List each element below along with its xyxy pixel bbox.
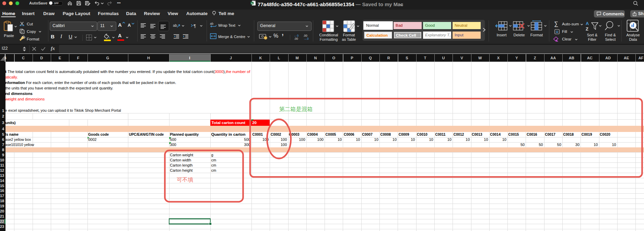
svg-text:O: O bbox=[332, 56, 335, 60]
svg-text:E: E bbox=[59, 56, 61, 60]
svg-text:C0009: C0009 bbox=[399, 133, 409, 136]
svg-text:AF: AF bbox=[639, 56, 644, 60]
svg-text:Carton width: Carton width bbox=[170, 158, 191, 162]
svg-text:500: 500 bbox=[170, 137, 176, 142]
svg-text:V: V bbox=[460, 56, 463, 60]
svg-text:cm: cm bbox=[211, 158, 216, 162]
svg-text:AD: AD bbox=[605, 56, 611, 60]
svg-text:x: x bbox=[251, 2, 253, 4]
svg-text:A: A bbox=[586, 21, 589, 26]
svg-text:Total carton count: Total carton count bbox=[212, 120, 246, 124]
svg-text:t The total carton count field: t The total carton count field is automa… bbox=[5, 70, 250, 74]
svg-text:50: 50 bbox=[539, 143, 543, 147]
svg-text:第二箱是混箱: 第二箱是混箱 bbox=[279, 106, 313, 112]
svg-text:11: 11 bbox=[0, 163, 4, 167]
svg-text:0002: 0002 bbox=[88, 137, 96, 142]
svg-text:300: 300 bbox=[170, 143, 176, 147]
svg-text:C0014: C0014 bbox=[490, 133, 501, 136]
svg-text:ab: ab bbox=[210, 22, 213, 25]
svg-text:atically.: atically. bbox=[5, 75, 18, 79]
svg-text:7: 7 bbox=[2, 143, 4, 147]
svg-text:UPC/EAN/GTIN code: UPC/EAN/GTIN code bbox=[129, 133, 164, 136]
svg-text:Y: Y bbox=[515, 56, 518, 60]
svg-text:50: 50 bbox=[520, 143, 525, 147]
svg-text:C0020: C0020 bbox=[600, 133, 610, 136]
svg-text:C0010: C0010 bbox=[417, 133, 428, 136]
svg-text:14: 14 bbox=[0, 178, 4, 182]
svg-text:F: F bbox=[77, 56, 79, 60]
svg-text:50: 50 bbox=[557, 143, 561, 147]
svg-text:10: 10 bbox=[411, 137, 415, 142]
svg-text:nd dimensions: nd dimensions bbox=[5, 92, 33, 96]
svg-text:8: 8 bbox=[2, 148, 4, 152]
svg-text:10: 10 bbox=[612, 143, 616, 147]
svg-text:4: 4 bbox=[2, 127, 4, 131]
svg-text:C0007: C0007 bbox=[362, 133, 373, 136]
svg-text:J: J bbox=[230, 56, 232, 60]
svg-text:10: 10 bbox=[393, 137, 397, 142]
svg-text:3: 3 bbox=[2, 120, 4, 124]
svg-text:nformation For each carton, en: nformation For each carton, enter the nu… bbox=[5, 81, 176, 85]
svg-text:C0001: C0001 bbox=[252, 133, 263, 136]
svg-text:10: 10 bbox=[338, 137, 342, 142]
svg-text:the units that you have entere: the units that you have entered match th… bbox=[5, 86, 113, 90]
svg-text:16: 16 bbox=[0, 189, 4, 193]
svg-text:K: K bbox=[259, 56, 262, 60]
svg-text:→.0: →.0 bbox=[303, 37, 309, 40]
svg-text:19: 19 bbox=[0, 204, 4, 208]
svg-text:cm: cm bbox=[211, 168, 216, 172]
svg-text:Z: Z bbox=[586, 26, 588, 32]
svg-text:Z: Z bbox=[534, 56, 536, 60]
svg-text:AA: AA bbox=[550, 56, 556, 60]
svg-text:C0006: C0006 bbox=[344, 133, 354, 136]
svg-text:W: W bbox=[478, 56, 482, 60]
svg-text:weight and dimensions: weight and dimensions bbox=[5, 97, 45, 101]
svg-text:AC: AC bbox=[587, 56, 593, 60]
svg-text:10: 10 bbox=[374, 137, 378, 142]
svg-text:ase101010 yellow: ase101010 yellow bbox=[5, 143, 34, 147]
svg-text:100: 100 bbox=[281, 143, 287, 147]
svg-text:10: 10 bbox=[502, 137, 506, 142]
svg-text:P: P bbox=[351, 56, 353, 60]
svg-text:C0015: C0015 bbox=[508, 133, 519, 136]
svg-text:AE: AE bbox=[624, 56, 629, 60]
svg-text:S: S bbox=[406, 56, 408, 60]
svg-text:C0013: C0013 bbox=[472, 133, 482, 136]
svg-text:C0005: C0005 bbox=[326, 133, 336, 136]
svg-text:20: 20 bbox=[252, 120, 257, 124]
svg-text:Carton length: Carton length bbox=[170, 163, 192, 167]
svg-text:18: 18 bbox=[0, 199, 4, 203]
svg-text:6: 6 bbox=[2, 137, 4, 142]
svg-text:1: 1 bbox=[2, 108, 4, 112]
svg-text:units): units) bbox=[5, 120, 16, 124]
svg-text:U: U bbox=[442, 56, 445, 60]
svg-text:cm: cm bbox=[211, 163, 216, 167]
svg-text:I: I bbox=[189, 56, 190, 60]
svg-text:2: 2 bbox=[2, 114, 4, 118]
svg-text:.00: .00 bbox=[294, 37, 298, 40]
svg-text:C0002: C0002 bbox=[271, 133, 281, 136]
svg-text:C0008: C0008 bbox=[380, 133, 391, 136]
svg-text:10: 10 bbox=[594, 143, 598, 147]
svg-text:L: L bbox=[278, 56, 280, 60]
svg-text:20: 20 bbox=[0, 209, 4, 213]
svg-text:ls name: ls name bbox=[5, 133, 19, 136]
svg-text:¶: ¶ bbox=[194, 23, 196, 28]
svg-text:C0011: C0011 bbox=[435, 133, 445, 136]
svg-text:100: 100 bbox=[281, 137, 287, 142]
svg-text:R: R bbox=[387, 56, 390, 60]
svg-text:22: 22 bbox=[0, 219, 4, 223]
svg-text:g: g bbox=[211, 153, 213, 157]
svg-text:T: T bbox=[424, 56, 426, 60]
svg-text:G: G bbox=[106, 56, 109, 60]
svg-text:H: H bbox=[147, 56, 150, 60]
svg-text:Quantity in carton: Quantity in carton bbox=[211, 132, 245, 136]
svg-text:C0019: C0019 bbox=[582, 133, 592, 136]
svg-text:13: 13 bbox=[0, 173, 4, 177]
svg-text:Q: Q bbox=[369, 56, 372, 60]
svg-text:D: D bbox=[40, 56, 43, 60]
svg-text:N: N bbox=[314, 56, 317, 60]
svg-text:Goods code: Goods code bbox=[88, 133, 109, 136]
svg-text:可不填: 可不填 bbox=[177, 177, 193, 182]
svg-text:23: 23 bbox=[0, 224, 4, 228]
